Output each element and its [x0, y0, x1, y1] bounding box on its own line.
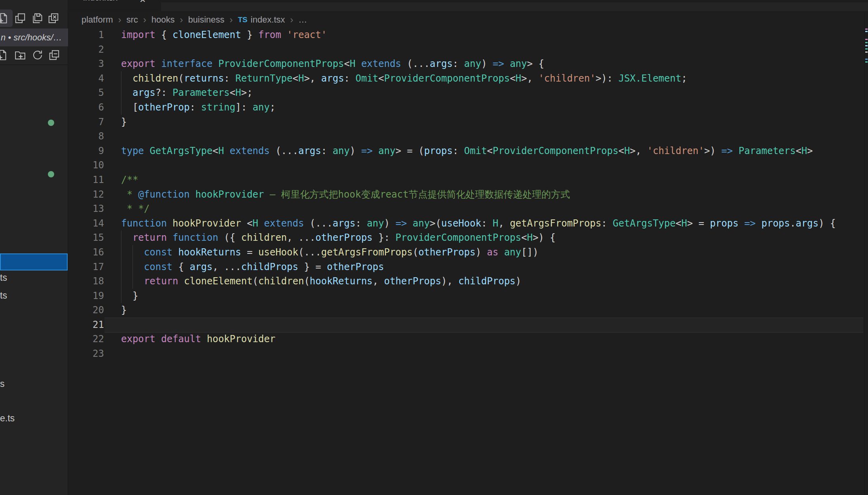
- chevron-right-icon: ›: [143, 14, 146, 25]
- line-number-gutter: 1234567891011121314151617181920212223: [68, 28, 104, 361]
- line-number: 20: [68, 303, 104, 318]
- tree-file-item[interactable]: e.ts: [0, 413, 15, 424]
- line-number: 3: [68, 57, 104, 71]
- code-line[interactable]: const { args, ...childProps } = otherPro…: [121, 260, 864, 274]
- line-number: 17: [68, 260, 104, 274]
- tab-label: index.tsx: [83, 0, 118, 3]
- line-number: 22: [68, 332, 104, 346]
- line-number: 9: [68, 144, 104, 158]
- line-number: 12: [68, 187, 104, 202]
- open-editor-item[interactable]: n • src/hooks/…: [0, 29, 68, 46]
- tab-bar-empty-space: [161, 2, 868, 11]
- minimap-mark: [865, 48, 868, 50]
- line-number: 10: [68, 158, 104, 173]
- code-line[interactable]: }: [121, 303, 864, 318]
- line-number: 23: [68, 346, 104, 361]
- code-line[interactable]: return function ({ children, ...otherPro…: [121, 230, 864, 245]
- code-line[interactable]: const hookReturns = useHook(...getArgsFr…: [121, 245, 864, 260]
- code-line[interactable]: }: [121, 115, 864, 129]
- minimap-mark: [865, 59, 868, 60]
- new-untitled-file-icon[interactable]: [0, 12, 9, 24]
- explorer-sidebar: n • src/hooks/… ts ts s e.ts: [0, 0, 68, 495]
- toggle-editor-layout-icon[interactable]: [14, 12, 26, 24]
- line-number: 11: [68, 173, 104, 187]
- code-lines[interactable]: import { cloneElement } from 'react'expo…: [121, 28, 864, 361]
- code-line[interactable]: args?: Parameters<H>;: [121, 86, 864, 100]
- minimap-mark: [865, 29, 868, 30]
- line-number: 6: [68, 100, 104, 115]
- breadcrumb-symbol-overflow[interactable]: …: [298, 15, 307, 25]
- close-all-editors-icon[interactable]: [47, 12, 59, 24]
- tab-index-tsx[interactable]: index.tsx ×: [68, 0, 161, 12]
- code-line[interactable]: [121, 318, 864, 332]
- minimap[interactable]: [864, 12, 868, 495]
- minimap-mark: [865, 39, 868, 40]
- breadcrumb-item[interactable]: hooks: [152, 15, 175, 25]
- section-divider: [0, 65, 68, 65]
- code-line[interactable]: function hookProvider <H extends (...arg…: [121, 216, 864, 231]
- code-line[interactable]: [otherProp: string]: any;: [121, 100, 864, 115]
- open-editor-item-label: n • src/hooks/…: [0, 32, 62, 43]
- chevron-right-icon: ›: [118, 14, 121, 25]
- new-folder-icon[interactable]: [14, 49, 26, 61]
- code-line[interactable]: export interface ProviderComponentProps<…: [121, 57, 864, 71]
- chevron-right-icon: ›: [180, 14, 183, 25]
- chevron-right-icon: ›: [290, 14, 293, 25]
- save-all-icon[interactable]: [31, 12, 43, 24]
- line-number: 7: [68, 115, 104, 129]
- line-number: 21: [68, 318, 104, 332]
- new-file-icon[interactable]: [0, 49, 9, 61]
- code-line[interactable]: children(returns: ReturnType<H>, args: O…: [121, 71, 864, 86]
- tab-close-icon[interactable]: ×: [140, 0, 146, 6]
- code-line[interactable]: [121, 42, 864, 57]
- chevron-right-icon: ›: [229, 14, 233, 25]
- code-line[interactable]: export default hookProvider: [121, 332, 864, 346]
- breadcrumb-file[interactable]: index.tsx: [251, 15, 285, 25]
- refresh-explorer-icon[interactable]: [32, 49, 44, 61]
- tree-file-item[interactable]: s: [0, 379, 5, 389]
- line-number: 1: [68, 28, 104, 42]
- line-number: 14: [68, 216, 104, 231]
- code-line[interactable]: * */: [121, 202, 864, 216]
- breadcrumb: platform › src › hooks › buisiness › TS …: [68, 12, 868, 28]
- minimap-mark: [865, 51, 868, 53]
- code-line[interactable]: [121, 129, 864, 144]
- tree-file-item[interactable]: ts: [0, 272, 7, 283]
- minimap-mark: [865, 61, 868, 63]
- editor-group: index.tsx × platform › src › hooks › bui…: [68, 0, 868, 495]
- code-line[interactable]: return cloneElement(children(hookReturns…: [121, 274, 864, 289]
- tree-selected-row[interactable]: [0, 253, 68, 270]
- line-number: 13: [68, 202, 104, 216]
- vscode-window: n • src/hooks/… ts ts s e.ts index.t: [0, 0, 868, 495]
- breadcrumb-item[interactable]: src: [126, 15, 138, 25]
- minimap-mark: [865, 31, 868, 32]
- code-line[interactable]: type GetArgsType<H extends (...args: any…: [121, 144, 864, 158]
- line-number: 16: [68, 245, 104, 260]
- typescript-file-icon: TS: [238, 15, 247, 24]
- code-line[interactable]: [121, 158, 864, 173]
- code-line[interactable]: /**: [121, 173, 864, 187]
- collapse-folders-icon[interactable]: [48, 49, 60, 61]
- line-number: 4: [68, 71, 104, 86]
- code-line[interactable]: [121, 346, 864, 361]
- line-number: 2: [68, 42, 104, 57]
- code-line[interactable]: }: [121, 289, 864, 303]
- line-number: 5: [68, 86, 104, 100]
- minimap-mark: [865, 45, 868, 46]
- modified-file-dot: [48, 171, 54, 177]
- line-number: 8: [68, 129, 104, 144]
- tree-file-item[interactable]: ts: [0, 290, 7, 301]
- code-line[interactable]: * @function hookProvider — 柯里化方式把hook变成r…: [121, 187, 864, 202]
- minimap-mark: [865, 42, 868, 43]
- line-number: 19: [68, 289, 104, 303]
- line-number: 18: [68, 274, 104, 289]
- modified-file-dot: [48, 120, 54, 126]
- breadcrumb-item[interactable]: platform: [81, 15, 113, 25]
- code-line[interactable]: import { cloneElement } from 'react': [121, 28, 864, 42]
- tab-bar: index.tsx ×: [68, 0, 868, 12]
- breadcrumb-item[interactable]: buisiness: [188, 15, 225, 25]
- line-number: 15: [68, 230, 104, 245]
